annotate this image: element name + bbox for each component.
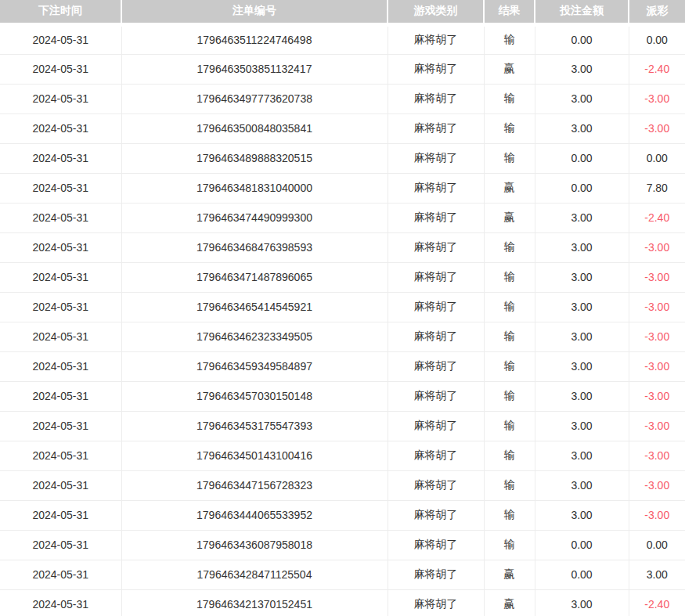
cell-result: 输	[484, 530, 535, 560]
cell-bet_amount: 3.00	[535, 351, 629, 381]
cell-bet_amount: 3.00	[535, 322, 629, 351]
cell-game_type: 麻将胡了	[388, 54, 484, 84]
cell-bet_amount: 3.00	[535, 292, 629, 322]
cell-result: 赢	[484, 173, 535, 203]
cell-bet_amount: 0.00	[535, 173, 629, 203]
cell-result: 赢	[484, 589, 535, 616]
table-header-row: 下注时间注单编号游戏类别结果投注金额派彩	[0, 0, 685, 24]
table-row: 2024-05-311796463444065533952麻将胡了输3.00-3…	[0, 500, 685, 530]
cell-bet_time: 2024-05-31	[0, 441, 121, 470]
cell-order_no: 1796463459349584897	[121, 351, 388, 381]
cell-order_no: 1796463503851132417	[121, 54, 388, 84]
cell-payout: -3.00	[629, 441, 685, 470]
cell-game_type: 麻将胡了	[388, 560, 484, 589]
cell-game_type: 麻将胡了	[388, 173, 484, 203]
cell-order_no: 1796463436087958018	[121, 530, 388, 560]
table-row: 2024-05-311796463447156728323麻将胡了输3.00-3…	[0, 470, 685, 500]
table-row: 2024-05-311796463503851132417麻将胡了赢3.00-2…	[0, 54, 685, 84]
cell-result: 输	[484, 24, 535, 54]
cell-bet_amount: 3.00	[535, 203, 629, 232]
table-row: 2024-05-311796463474490999300麻将胡了赢3.00-2…	[0, 203, 685, 232]
cell-order_no: 1796463471487896065	[121, 262, 388, 292]
cell-game_type: 麻将胡了	[388, 351, 484, 381]
cell-bet_time: 2024-05-31	[0, 530, 121, 560]
cell-order_no: 1796463462323349505	[121, 322, 388, 351]
cell-bet_time: 2024-05-31	[0, 262, 121, 292]
cell-payout: 7.80	[629, 173, 685, 203]
cell-payout: -3.00	[629, 232, 685, 262]
cell-result: 输	[484, 470, 535, 500]
table-row: 2024-05-311796463428471125504麻将胡了赢0.003.…	[0, 560, 685, 589]
cell-order_no: 1796463474490999300	[121, 203, 388, 232]
cell-order_no: 1796463468476398593	[121, 232, 388, 262]
table-row: 2024-05-311796463481831040000麻将胡了赢0.007.…	[0, 173, 685, 203]
cell-result: 输	[484, 381, 535, 411]
cell-result: 输	[484, 351, 535, 381]
table-row: 2024-05-311796463459349584897麻将胡了输3.00-3…	[0, 351, 685, 381]
cell-bet_time: 2024-05-31	[0, 143, 121, 173]
table-body: 2024-05-311796463511224746498麻将胡了输0.000.…	[0, 24, 685, 616]
table-row: 2024-05-311796463450143100416麻将胡了输3.00-3…	[0, 441, 685, 470]
cell-order_no: 1796463481831040000	[121, 173, 388, 203]
cell-bet_amount: 0.00	[535, 24, 629, 54]
cell-bet_amount: 3.00	[535, 411, 629, 441]
cell-result: 输	[484, 262, 535, 292]
cell-result: 赢	[484, 54, 535, 84]
cell-game_type: 麻将胡了	[388, 292, 484, 322]
cell-payout: -3.00	[629, 470, 685, 500]
cell-payout: -3.00	[629, 292, 685, 322]
cell-bet_time: 2024-05-31	[0, 589, 121, 616]
table-row: 2024-05-311796463500848035841麻将胡了输3.00-3…	[0, 113, 685, 143]
cell-payout: 0.00	[629, 143, 685, 173]
cell-bet_time: 2024-05-31	[0, 292, 121, 322]
table-row: 2024-05-311796463489888320515麻将胡了输0.000.…	[0, 143, 685, 173]
cell-order_no: 1796463444065533952	[121, 500, 388, 530]
table-row: 2024-05-311796463497773620738麻将胡了输3.00-3…	[0, 84, 685, 113]
cell-order_no: 1796463511224746498	[121, 24, 388, 54]
cell-payout: -3.00	[629, 262, 685, 292]
cell-bet_time: 2024-05-31	[0, 203, 121, 232]
cell-order_no: 1796463457030150148	[121, 381, 388, 411]
cell-bet_time: 2024-05-31	[0, 381, 121, 411]
cell-bet_time: 2024-05-31	[0, 54, 121, 84]
cell-result: 赢	[484, 560, 535, 589]
cell-result: 输	[484, 84, 535, 113]
cell-payout: 3.00	[629, 560, 685, 589]
table-row: 2024-05-311796463453175547393麻将胡了输3.00-3…	[0, 411, 685, 441]
cell-game_type: 麻将胡了	[388, 262, 484, 292]
cell-game_type: 麻将胡了	[388, 441, 484, 470]
cell-bet_time: 2024-05-31	[0, 411, 121, 441]
cell-bet_time: 2024-05-31	[0, 113, 121, 143]
cell-payout: -2.40	[629, 589, 685, 616]
cell-payout: 0.00	[629, 24, 685, 54]
cell-bet_amount: 3.00	[535, 113, 629, 143]
cell-order_no: 1796463450143100416	[121, 441, 388, 470]
bet-records-screen: 下注时间注单编号游戏类别结果投注金额派彩 2024-05-31179646351…	[0, 0, 685, 616]
cell-bet_amount: 0.00	[535, 560, 629, 589]
cell-result: 输	[484, 441, 535, 470]
bet-records-table: 下注时间注单编号游戏类别结果投注金额派彩 2024-05-31179646351…	[0, 0, 685, 616]
cell-bet_time: 2024-05-31	[0, 173, 121, 203]
cell-result: 输	[484, 143, 535, 173]
cell-game_type: 麻将胡了	[388, 24, 484, 54]
cell-result: 输	[484, 113, 535, 143]
cell-game_type: 麻将胡了	[388, 500, 484, 530]
cell-bet_time: 2024-05-31	[0, 84, 121, 113]
cell-order_no: 1796463421370152451	[121, 589, 388, 616]
cell-result: 输	[484, 500, 535, 530]
cell-result: 输	[484, 322, 535, 351]
table-row: 2024-05-311796463457030150148麻将胡了输3.00-3…	[0, 381, 685, 411]
cell-result: 输	[484, 292, 535, 322]
cell-order_no: 1796463447156728323	[121, 470, 388, 500]
cell-game_type: 麻将胡了	[388, 589, 484, 616]
cell-payout: -3.00	[629, 84, 685, 113]
cell-bet_time: 2024-05-31	[0, 232, 121, 262]
cell-bet_amount: 3.00	[535, 54, 629, 84]
cell-bet_amount: 3.00	[535, 262, 629, 292]
cell-bet_time: 2024-05-31	[0, 322, 121, 351]
cell-bet_amount: 0.00	[535, 143, 629, 173]
cell-bet_time: 2024-05-31	[0, 500, 121, 530]
cell-game_type: 麻将胡了	[388, 84, 484, 113]
cell-payout: -2.40	[629, 54, 685, 84]
cell-order_no: 1796463489888320515	[121, 143, 388, 173]
